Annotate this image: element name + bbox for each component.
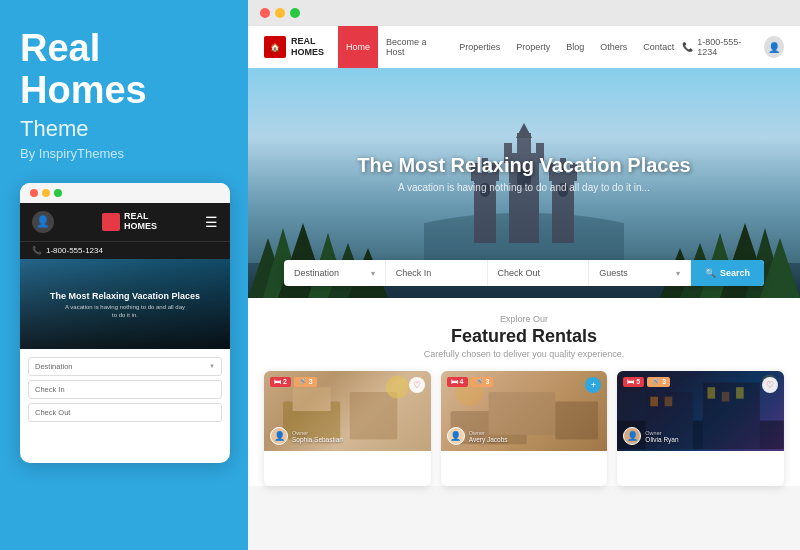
nav-item-become-host[interactable]: Become a Host: [378, 26, 451, 68]
castle-svg: [424, 123, 624, 263]
mobile-hero-title: The Most Relaxing Vacation Places: [30, 291, 220, 301]
card-2-badge-baths: 🚿 3: [471, 377, 494, 387]
card-3-owner-info: Owner Olivia Ryan: [645, 430, 678, 443]
theme-title: Real Homes: [20, 28, 228, 112]
phone-icon: 📞: [32, 246, 42, 255]
card-2-owner: 👤 Owner Avery Jacobs: [447, 427, 508, 445]
mobile-destination-field[interactable]: Destination ▼: [28, 357, 222, 376]
mobile-checkin-field[interactable]: Check In: [28, 380, 222, 399]
card-1-badges: 🛏 2 🚿 3: [270, 377, 317, 387]
hero-title: The Most Relaxing Vacation Places: [357, 154, 690, 177]
desktop-logo-icon: 🏠: [264, 36, 286, 58]
desktop-window-bar: [248, 0, 800, 26]
desktop-logo-text: REALHOMES: [291, 36, 324, 58]
search-button[interactable]: 🔍 Search: [691, 260, 764, 286]
desktop-dot-yellow: [275, 8, 285, 18]
search-button-label: Search: [720, 268, 750, 278]
desktop-hero: The Most Relaxing Vacation Places A vaca…: [248, 68, 800, 298]
card-3-owner-name: Olivia Ryan: [645, 436, 678, 443]
card-3-owner-label: Owner: [645, 430, 678, 436]
desktop-avatar[interactable]: 👤: [764, 36, 784, 58]
mobile-checkout-field[interactable]: Check Out: [28, 403, 222, 422]
checkout-label: Check Out: [498, 268, 541, 278]
search-destination[interactable]: Destination ▾: [284, 260, 386, 286]
mobile-checkin-label: Check In: [35, 385, 65, 394]
mobile-destination-label: Destination: [35, 362, 73, 371]
search-bar: Destination ▾ Check In Check Out Guests …: [284, 260, 764, 286]
svg-rect-31: [350, 392, 398, 440]
theme-subtitle: Theme: [20, 116, 228, 142]
mobile-nav: 👤 REALHOMES ☰: [20, 203, 230, 241]
mobile-destination-arrow: ▼: [209, 363, 215, 369]
mobile-preview: 👤 REALHOMES ☰ 📞 1-800-555-1234 The Most …: [20, 183, 230, 463]
card-2-badges: 🛏 4 🚿 3: [447, 377, 494, 387]
mobile-phone-number: 1-800-555-1234: [46, 246, 103, 255]
desktop-logo: 🏠 REALHOMES: [264, 36, 324, 58]
featured-eyebrow: Explore Our: [264, 314, 784, 324]
guests-arrow: ▾: [676, 269, 680, 278]
card-2-owner-name: Avery Jacobs: [469, 436, 508, 443]
desktop-nav: 🏠 REALHOMES Home Become a Host Propertie…: [248, 26, 800, 68]
card-2-badge-beds: 🛏 4: [447, 377, 468, 387]
search-checkin[interactable]: Check In: [386, 260, 488, 286]
desktop-dot-red: [260, 8, 270, 18]
featured-card-2[interactable]: 🛏 4 🚿 3 + 👤 Owner Avery Jacobs: [441, 371, 608, 486]
hamburger-icon[interactable]: ☰: [205, 214, 218, 230]
card-1-owner-avatar: 👤: [270, 427, 288, 445]
mobile-logo-icon: [102, 213, 120, 231]
svg-point-32: [386, 376, 409, 399]
nav-item-contact[interactable]: Contact: [635, 26, 682, 68]
mobile-checkout-label: Check Out: [35, 408, 70, 417]
nav-item-home[interactable]: Home: [338, 26, 378, 68]
mobile-search-form: Destination ▼ Check In Check Out: [20, 349, 230, 434]
mobile-phone-bar: 📞 1-800-555-1234: [20, 241, 230, 259]
card-1-badge-baths: 🚿 3: [294, 377, 317, 387]
featured-description: Carefully chosen to deliver you quality …: [264, 349, 784, 359]
card-1-badge-beds: 🛏 2: [270, 377, 291, 387]
nav-item-blog[interactable]: Blog: [558, 26, 592, 68]
destination-label: Destination: [294, 268, 339, 278]
nav-item-others[interactable]: Others: [592, 26, 635, 68]
featured-title: Featured Rentals: [264, 326, 784, 347]
hero-content: The Most Relaxing Vacation Places A vaca…: [357, 154, 690, 193]
theme-author: By InspiryThemes: [20, 146, 228, 161]
hero-subtitle: A vacation is having nothing to do and a…: [357, 182, 690, 193]
desktop-preview: 🏠 REALHOMES Home Become a Host Propertie…: [248, 0, 800, 550]
desktop-dot-green: [290, 8, 300, 18]
nav-item-properties[interactable]: Properties: [451, 26, 508, 68]
nav-item-property[interactable]: Property: [508, 26, 558, 68]
card-2-owner-label: Owner: [469, 430, 508, 436]
svg-rect-44: [736, 387, 744, 398]
card-1-favorite[interactable]: ♡: [409, 377, 425, 393]
card-3-owner: 👤 Owner Olivia Ryan: [623, 427, 678, 445]
featured-section: Explore Our Featured Rentals Carefully c…: [248, 298, 800, 486]
card-2-owner-info: Owner Avery Jacobs: [469, 430, 508, 443]
mobile-hero-subtitle: A vacation is having nothing to do and a…: [30, 304, 220, 320]
card-3-badge-baths: 🚿 3: [647, 377, 670, 387]
card-3-image: 🛏 5 🚿 3 ♡ 👤 Owner Olivia Ryan: [617, 371, 784, 451]
svg-rect-43: [722, 392, 730, 402]
featured-card-1[interactable]: 🛏 2 🚿 3 ♡ 👤 Owner Sophia Sebastian: [264, 371, 431, 486]
mobile-logo-text: REALHOMES: [124, 212, 157, 232]
mobile-logo: REALHOMES: [102, 212, 157, 232]
card-1-owner: 👤 Owner Sophia Sebastian: [270, 427, 343, 445]
card-1-owner-name: Sophia Sebastian: [292, 436, 343, 443]
svg-marker-5: [516, 123, 532, 138]
card-1-image: 🛏 2 🚿 3 ♡ 👤 Owner Sophia Sebastian: [264, 371, 431, 451]
svg-rect-40: [651, 397, 659, 407]
mobile-dot-red: [30, 189, 38, 197]
mobile-dot-green: [54, 189, 62, 197]
guests-label: Guests: [599, 268, 628, 278]
featured-card-3[interactable]: 🛏 5 🚿 3 ♡ 👤 Owner Olivia Ryan: [617, 371, 784, 486]
card-3-badge-beds: 🛏 5: [623, 377, 644, 387]
card-2-image: 🛏 4 🚿 3 + 👤 Owner Avery Jacobs: [441, 371, 608, 451]
card-1-owner-info: Owner Sophia Sebastian: [292, 430, 343, 443]
desktop-nav-phone: 📞 1-800-555-1234: [682, 37, 755, 57]
card-3-favorite[interactable]: ♡: [762, 377, 778, 393]
search-checkout[interactable]: Check Out: [488, 260, 590, 286]
checkin-label: Check In: [396, 268, 432, 278]
mobile-hero: The Most Relaxing Vacation Places A vaca…: [20, 259, 230, 349]
card-1-owner-label: Owner: [292, 430, 343, 436]
svg-rect-30: [293, 387, 331, 411]
search-guests[interactable]: Guests ▾: [589, 260, 691, 286]
